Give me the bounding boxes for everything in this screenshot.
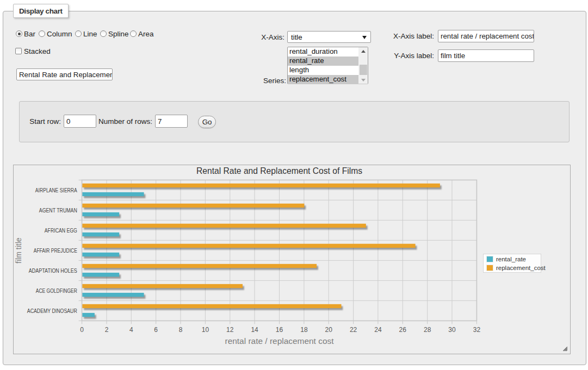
svg-text:24: 24 [374,326,382,334]
svg-text:22: 22 [350,326,357,334]
svg-text:0: 0 [80,326,84,334]
svg-text:8: 8 [179,326,183,334]
svg-text:6: 6 [154,326,158,334]
svg-text:18: 18 [300,326,308,334]
svg-text:replacement_cost: replacement_cost [496,265,546,271]
svg-text:ADAPTATION HOLES: ADAPTATION HOLES [29,267,77,274]
svg-text:14: 14 [251,326,258,334]
svg-text:10: 10 [202,326,209,334]
svg-text:2: 2 [105,326,109,334]
svg-text:AFRICAN EGG: AFRICAN EGG [45,227,77,234]
svg-text:32: 32 [473,326,481,334]
svg-text:26: 26 [399,326,407,334]
svg-text:ACE GOLDFINGER: ACE GOLDFINGER [36,287,77,294]
svg-text:ACADEMY DINOSAUR: ACADEMY DINOSAUR [27,308,77,314]
svg-text:AGENT TRUMAN: AGENT TRUMAN [39,207,77,214]
svg-text:AFFAIR PREJUDICE: AFFAIR PREJUDICE [34,247,77,254]
svg-text:rental_rate: rental_rate [496,256,526,262]
svg-text:rental rate / replacement cost: rental rate / replacement cost [225,337,334,346]
svg-text:20: 20 [325,326,333,334]
svg-text:4: 4 [129,326,133,334]
svg-text:Rental Rate and Replacement Co: Rental Rate and Replacement Cost of Film… [196,166,362,176]
svg-text:30: 30 [448,326,456,334]
svg-text:12: 12 [226,326,234,334]
svg-text:16: 16 [276,326,283,334]
svg-text:28: 28 [424,326,431,334]
svg-text:film title: film title [14,237,23,264]
svg-text:AIRPLANE SIERRA: AIRPLANE SIERRA [35,187,77,193]
